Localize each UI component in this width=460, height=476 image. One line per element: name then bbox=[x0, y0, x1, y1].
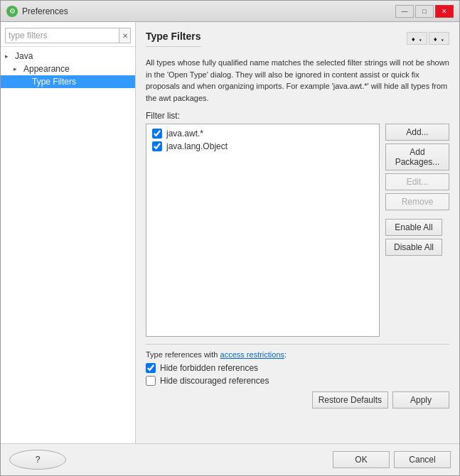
appearance-arrow: ▸ bbox=[14, 65, 21, 72]
nav-back-button[interactable]: ⬧ ▾ bbox=[407, 32, 427, 45]
filter-buttons: Add... Add Packages... Edit... Remove En… bbox=[385, 124, 449, 337]
access-restrictions-text: Type references with access restrictions… bbox=[146, 350, 449, 359]
window-title: Preferences bbox=[22, 6, 68, 16]
restore-defaults-button[interactable]: Restore Defaults bbox=[312, 391, 388, 409]
filter-label-2: java.lang.Object bbox=[166, 141, 228, 151]
bottom-bar: ? OK Cancel bbox=[1, 443, 459, 475]
hide-forbidden-label: Hide forbidden references bbox=[160, 363, 258, 373]
bottom-right-buttons: OK Cancel bbox=[333, 451, 451, 468]
titlebar-controls: — □ ✕ bbox=[395, 5, 454, 18]
appearance-label: Appearance bbox=[23, 64, 70, 74]
action-buttons: Restore Defaults Apply bbox=[146, 391, 449, 409]
remove-button[interactable]: Remove bbox=[385, 193, 449, 210]
main-content: ✕ ▸ Java ▸ Appearance Type Filters Type … bbox=[1, 22, 459, 443]
panel-description: All types whose fully qualified name mat… bbox=[146, 57, 449, 104]
filter-section: java.awt.* java.lang.Object Add... Add P… bbox=[146, 124, 449, 337]
add-button[interactable]: Add... bbox=[385, 124, 449, 141]
hide-forbidden-checkbox[interactable] bbox=[146, 363, 156, 373]
panel-header: Type Filters ⬧ ▾ ⬧ ▾ bbox=[146, 31, 449, 53]
cancel-button[interactable]: Cancel bbox=[394, 451, 451, 468]
hide-discouraged-checkbox[interactable] bbox=[146, 376, 156, 386]
titlebar: ⚙ Preferences — □ ✕ bbox=[1, 1, 459, 22]
maximize-button[interactable]: □ bbox=[415, 5, 434, 18]
access-text-after: : bbox=[284, 350, 287, 359]
sidebar-item-java[interactable]: ▸ Java bbox=[1, 50, 135, 63]
java-label: Java bbox=[15, 51, 33, 61]
search-container: ✕ bbox=[1, 25, 135, 47]
sidebar: ✕ ▸ Java ▸ Appearance Type Filters bbox=[1, 22, 136, 443]
preferences-window: ⚙ Preferences — □ ✕ ✕ ▸ Java ▸ Appearanc… bbox=[0, 0, 460, 476]
filter-list-label: Filter list: bbox=[146, 111, 449, 121]
filter-list-box: java.awt.* java.lang.Object bbox=[146, 124, 380, 337]
app-icon: ⚙ bbox=[6, 6, 18, 17]
filter-label-1: java.awt.* bbox=[166, 129, 203, 139]
enable-disable-section: Enable All Disable All bbox=[385, 219, 449, 256]
nav-forward-button[interactable]: ⬧ ▾ bbox=[429, 32, 449, 45]
search-clear-button[interactable]: ✕ bbox=[119, 28, 131, 43]
help-button[interactable]: ? bbox=[9, 450, 66, 470]
add-packages-button[interactable]: Add Packages... bbox=[385, 144, 449, 171]
minimize-button[interactable]: — bbox=[395, 5, 414, 18]
java-arrow: ▸ bbox=[5, 53, 12, 60]
close-button[interactable]: ✕ bbox=[435, 5, 454, 18]
hide-discouraged-label: Hide discouraged references bbox=[160, 376, 269, 386]
filter-checkbox-2[interactable] bbox=[152, 141, 162, 151]
filter-checkbox-1[interactable] bbox=[152, 129, 162, 139]
filter-item-2[interactable]: java.lang.Object bbox=[149, 140, 376, 153]
access-text-before: Type references with bbox=[146, 350, 220, 359]
access-restrictions-link[interactable]: access restrictions bbox=[220, 350, 284, 359]
hide-discouraged-row: Hide discouraged references bbox=[146, 376, 449, 386]
filter-item-1[interactable]: java.awt.* bbox=[149, 127, 376, 140]
search-input[interactable] bbox=[5, 28, 119, 43]
sidebar-item-type-filters[interactable]: Type Filters bbox=[1, 75, 135, 88]
content-panel: Type Filters ⬧ ▾ ⬧ ▾ All types whose ful… bbox=[136, 22, 459, 443]
apply-button[interactable]: Apply bbox=[392, 391, 449, 409]
edit-button[interactable]: Edit... bbox=[385, 173, 449, 190]
disable-all-button[interactable]: Disable All bbox=[385, 239, 442, 256]
footer-section: Type references with access restrictions… bbox=[146, 344, 449, 386]
hide-forbidden-row: Hide forbidden references bbox=[146, 363, 449, 373]
ok-button[interactable]: OK bbox=[333, 451, 390, 468]
type-filters-label: Type Filters bbox=[32, 77, 76, 87]
sidebar-item-appearance[interactable]: ▸ Appearance bbox=[1, 63, 135, 75]
titlebar-left: ⚙ Preferences bbox=[6, 6, 68, 17]
enable-all-button[interactable]: Enable All bbox=[385, 219, 442, 236]
panel-title: Type Filters bbox=[146, 31, 201, 47]
